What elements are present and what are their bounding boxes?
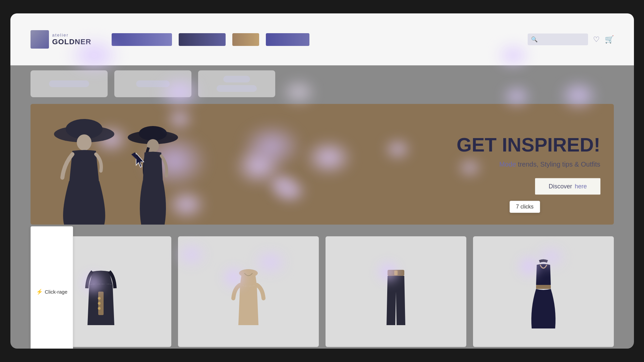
nav-item-1[interactable] [112,33,172,46]
banner-subtitle: Mode trends, Styling tips & Outfits [338,160,600,168]
discover-here: here [575,183,587,190]
wishlist-icon[interactable]: ♡ [593,35,600,44]
clicks-count: 7 clicks [516,204,533,209]
svg-point-2 [77,134,92,150]
logo-text: atelier GOLDNER [52,33,92,46]
figure-2 [124,124,181,225]
nav [112,33,528,46]
breadcrumb-item-2[interactable] [114,70,191,97]
figure-3-glow [375,258,402,285]
logo-goldner: GOLDNER [52,38,92,46]
click-rage-badge: ⚡ Click-rage [31,226,73,349]
product-figure-2 [178,236,319,347]
clicks-tooltip: 7 clicks [510,201,540,213]
product-figure-4 [473,236,614,347]
click-rage-label: Click-rage [45,289,68,295]
product-card-2[interactable] [178,236,319,347]
figure-1-glow [80,269,107,296]
product-grid [31,236,614,347]
product-card-4[interactable] [473,236,614,347]
banner-subtitle-highlight: Mode [499,160,516,168]
search-icon: 🔍 [531,36,538,43]
svg-point-8 [98,302,101,305]
logo: atelier GOLDNER [31,30,92,49]
svg-point-4 [139,126,167,141]
logo-icon [31,30,49,49]
breadcrumb-item-3[interactable] [198,70,275,97]
banner-title: GET INSPIRED! [338,134,600,156]
nav-item-3[interactable] [232,33,259,46]
main-banner: GET INSPIRED! Mode trends, Styling tips … [31,104,614,225]
discover-button[interactable]: Discover here [535,178,600,194]
figure-4-glow [515,253,542,280]
breadcrumb-pill-1 [49,80,89,87]
banner-content: GET INSPIRED! Mode trends, Styling tips … [338,134,600,195]
screen: atelier GOLDNER 🔍 ♡ 🛒 [10,13,634,349]
figure-1 [51,117,118,225]
lightning-icon: ⚡ [36,289,43,295]
logo-atelier: atelier [52,33,92,38]
header-actions: 🔍 ♡ 🛒 [528,34,614,45]
breadcrumb-item-1[interactable] [31,70,108,97]
nav-item-4[interactable] [266,33,309,46]
breadcrumb-area [31,65,614,102]
breadcrumb-pill-3a [223,76,250,82]
product-figure-3 [326,236,466,347]
breadcrumb-pill-2 [136,80,170,87]
breadcrumb-content-3 [217,76,257,92]
svg-point-7 [98,297,101,300]
svg-rect-13 [536,285,551,289]
breadcrumb-pill-3b [217,85,257,92]
banner-subtitle-text: trends, Styling tips & Outfits [516,160,600,168]
search-bar[interactable]: 🔍 [528,34,588,45]
figure-2-glow [220,264,247,291]
cart-icon[interactable]: 🛒 [605,35,614,44]
nav-item-2[interactable] [179,33,226,46]
discover-label: Discover [548,183,572,190]
header: atelier GOLDNER 🔍 ♡ 🛒 [10,13,634,65]
svg-point-9 [98,307,101,310]
product-card-3[interactable] [326,236,466,347]
